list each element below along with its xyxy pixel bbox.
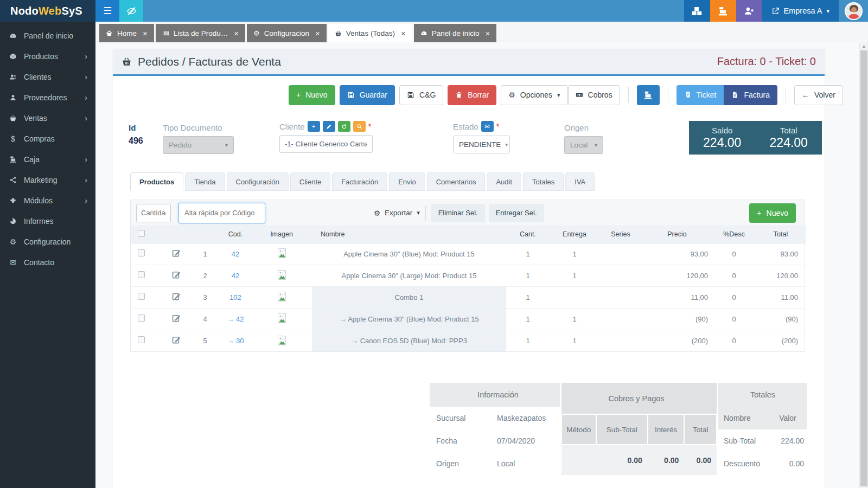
sidebar-item-label: Ventas [24,114,47,123]
sidebar-item-label: Configuracion [24,237,71,246]
saldo-label: Saldo [712,126,732,135]
tipo-documento-select[interactable]: Pedido▾ [163,136,234,154]
cobros-button[interactable]: Cobros [568,85,620,105]
add-user-shortcut-button[interactable] [736,0,762,22]
pos-shortcut-button[interactable] [710,0,736,22]
company-selector[interactable]: Empresa A ▾ [762,0,839,22]
search-client-button[interactable] [353,121,366,132]
sidebar-item-marketing[interactable]: Marketing › [0,170,95,190]
tab-totales[interactable]: Totales [523,172,564,191]
window-tab-lista-de-produ[interactable]: Lista de Produ… × [156,24,245,42]
product-code-link[interactable]: 102 [229,293,241,301]
email-status-button[interactable]: ✉ [481,121,494,132]
product-row[interactable]: 1 42 Apple Cinema 30" (Blue) Mod: Produc… [131,243,806,265]
tab-configuracion[interactable]: Configuración [227,172,289,191]
row-checkbox[interactable] [138,249,145,256]
sidebar-item-configuracion[interactable]: ⚙ Configuracion [0,232,95,252]
close-icon[interactable]: × [401,29,406,38]
cash-register-button[interactable] [637,85,660,105]
row-checkbox[interactable] [138,314,145,322]
sidebar-item-compras[interactable]: $ Compras [0,129,95,149]
product-precio: 11,00 [642,286,712,308]
quantity-input[interactable] [136,204,171,222]
eye-slash-icon [126,6,137,16]
avatar[interactable] [845,2,863,20]
refresh-client-button[interactable] [338,121,350,132]
eliminar-sel-button[interactable]: Eliminar Sel. [431,204,485,222]
factura-button[interactable]: Factura [724,85,777,105]
edit-row-icon[interactable] [172,249,181,258]
row-checkbox[interactable] [138,293,145,300]
row-checkbox[interactable] [138,336,145,343]
sidebar-item-productos[interactable]: Productos › [0,46,95,67]
tab-cliente[interactable]: Cliente [290,172,330,191]
product-row[interactable]: 5 → 30 → Canon EOS 5D (Blue) Mod: PPP3 1… [131,330,806,351]
tab-iva[interactable]: IVA [565,172,595,191]
close-icon[interactable]: × [485,29,490,38]
tab-productos[interactable]: Productos [130,172,183,191]
sidebar-item-proveedores[interactable]: Proveedores › [0,87,95,108]
guardar-button[interactable]: Guardar [340,85,395,105]
avatar-body [848,14,859,20]
product-row[interactable]: 4 → 42 → Apple Cinema 30" (Blue) Mod: Pr… [131,308,806,330]
window-tab-panel-de-inicio[interactable]: Panel de inicio × [414,24,497,42]
sidebar-item-modulos[interactable]: Módulos › [0,190,95,211]
nuevo-button[interactable]: +Nuevo [289,85,335,105]
sidebar-item-panel-de-inicio[interactable]: Panel de inicio [0,25,95,46]
scroll-up-arrow-icon[interactable]: ▲ [860,42,868,50]
select-all-checkbox[interactable] [138,230,145,237]
ticket-button[interactable]: Ticket [676,85,724,105]
edit-client-button[interactable] [323,121,335,132]
tab-facturacion[interactable]: Facturación [332,172,387,191]
opciones-dropdown-button[interactable]: ⚙Opciones▾ [501,85,567,105]
logo-text-accent: Web [39,5,61,17]
sidebar-item-ventas[interactable]: Ventas › [0,108,95,129]
estado-select[interactable]: PENDIENTE▾ [453,136,510,153]
window-tab-home[interactable]: Home × [99,24,154,42]
row-checkbox[interactable] [138,271,145,278]
column-index [190,226,220,243]
tab-envio[interactable]: Envio [389,172,425,191]
edit-row-icon[interactable] [172,292,181,301]
vertical-scrollbar[interactable]: ▲ [859,42,868,488]
volver-button[interactable]: ←Volver [794,85,843,105]
edit-row-icon[interactable] [172,314,181,323]
product-code-link[interactable]: → 30 [227,337,244,345]
product-code-link[interactable]: → 42 [227,315,244,323]
entregar-sel-button[interactable]: Entregar Sel. [489,204,544,222]
user-menu[interactable] [839,0,868,22]
add-client-button[interactable]: + [308,121,320,132]
close-icon[interactable]: × [234,29,239,38]
product-code-link[interactable]: 42 [232,250,239,258]
sidebar-item-informes[interactable]: Informes [0,211,95,232]
sidebar-toggle-button[interactable]: ☰ [95,0,119,22]
window-tab-configuracion[interactable]: ⚙ Configuracion × [247,24,327,42]
origen-select[interactable]: Local▾ [564,136,603,154]
tab-audit[interactable]: Audit [487,172,521,191]
product-code-link[interactable]: 42 [232,272,239,280]
product-cant: 1 [506,308,550,330]
barcode-icon [162,30,169,37]
privacy-toggle-button[interactable] [119,0,143,22]
totales-row: Sub-Total 224.00 [718,429,807,452]
nuevo-producto-button[interactable]: +Nuevo [749,203,796,223]
sidebar-item-clientes[interactable]: Clientes › [0,67,95,87]
product-row[interactable]: 3 102 Combo 1 1 11,00 0 11.00 [131,286,806,308]
products-shortcut-button[interactable] [684,0,710,22]
quick-add-input[interactable] [178,203,265,223]
tab-tienda[interactable]: Tienda [185,172,225,191]
edit-row-icon[interactable] [172,271,181,279]
cg-button[interactable]: C&G [399,85,443,105]
borrar-button[interactable]: Borrar [448,85,496,105]
scrollbar-thumb[interactable] [860,50,867,486]
product-row[interactable]: 2 42 Apple Cinema 30" (Large) Mod: Produ… [131,265,806,286]
sidebar-item-contacto[interactable]: ✉ Contacto [0,252,95,273]
edit-row-icon[interactable] [172,336,181,344]
close-icon[interactable]: × [315,29,320,38]
cliente-input[interactable] [279,135,373,153]
exportar-dropdown-button[interactable]: ⚙Exportar▾ [374,209,420,217]
sidebar-item-caja[interactable]: Caja › [0,149,95,170]
window-tab-ventas-todas[interactable]: Ventas (Todas) × [328,24,412,42]
close-icon[interactable]: × [143,29,148,38]
tab-comentarios[interactable]: Comentarios [427,172,486,191]
